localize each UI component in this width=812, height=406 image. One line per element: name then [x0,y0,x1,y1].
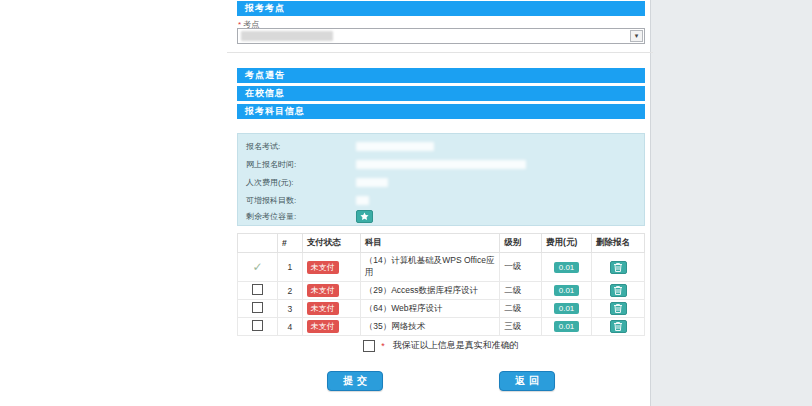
header-select [238,234,278,253]
redacted-value [356,178,388,187]
delete-subject-button[interactable] [610,302,627,315]
row-select-cell[interactable]: ✓ [238,253,278,282]
delete-subject-button[interactable] [610,284,627,297]
trash-icon [614,263,622,272]
capacity-view-button[interactable] [356,210,373,223]
redacted-value [356,142,434,151]
table-header-row: # 支付状态 科目 级别 费用(元) 删除报名 [238,234,645,253]
level-cell: 二级 [500,300,542,318]
header-level: 级别 [500,234,542,253]
info-row: 报名考试: [246,141,434,152]
section-header-school[interactable]: 在校信息 [237,86,645,101]
info-label: 可增报科目数: [246,195,356,206]
info-row: 剩余考位容量: [246,210,373,223]
table-row: 3 未支付 （64）Web程序设计 二级 0.01 [238,300,645,318]
info-row: 可增报科目数: [246,195,369,206]
fee-badge: 0.01 [554,262,580,273]
row-checkbox[interactable] [252,302,263,313]
agreement-text: 我保证以上信息是真实和准确的 [393,339,519,352]
row-number: 3 [277,300,302,318]
page: 报考考点 *考点 ▾ 考点通告 在校信息 报考科目信息 报名考试:网上报名时间:… [0,0,812,406]
table-row: ✓ 1 未支付 （14）计算机基础及WPS Office应用 一级 0.01 [238,253,645,282]
row-select-cell[interactable] [238,318,278,336]
level-cell: 二级 [500,282,542,300]
section-header-subjects[interactable]: 报考科目信息 [237,104,645,119]
row-number: 4 [277,318,302,336]
row-number: 1 [277,253,302,282]
info-row: 网上报名时间: [246,159,526,170]
table-row: 2 未支付 （29）Access数据库程序设计 二级 0.01 [238,282,645,300]
fee-badge: 0.01 [554,303,580,314]
header-number: # [277,234,302,253]
row-select-cell[interactable] [238,300,278,318]
agreement-checkbox[interactable] [363,340,375,352]
payment-status-badge: 未支付 [307,302,339,315]
row-select-cell[interactable] [238,282,278,300]
required-mark: * [381,341,385,351]
fee-badge: 0.01 [554,285,580,296]
divider [227,52,653,53]
site-select[interactable]: ▾ [237,28,645,44]
level-cell: 一级 [500,253,542,282]
header-payment-status: 支付状态 [302,234,360,253]
action-buttons: 提交 返回 [237,371,645,391]
subject-name: （14）计算机基础及WPS Office应用 [360,253,499,282]
table-row: 4 未支付 （35）网络技术 三级 0.01 [238,318,645,336]
row-checkbox[interactable] [252,284,263,295]
registration-info-panel: 报名考试:网上报名时间:人次费用(元):可增报科目数:剩余考位容量: [237,133,645,226]
chevron-down-icon[interactable]: ▾ [630,30,643,42]
subject-name: （35）网络技术 [360,318,499,336]
section-header-exam-site[interactable]: 报考考点 [237,1,645,16]
back-button[interactable]: 返回 [499,371,555,391]
header-delete: 删除报名 [592,234,645,253]
info-label: 报名考试: [246,141,356,152]
delete-subject-button[interactable] [610,320,627,333]
subject-name: （64）Web程序设计 [360,300,499,318]
header-subject: 科目 [360,234,499,253]
payment-status-badge: 未支付 [307,320,339,333]
payment-status-badge: 未支付 [307,284,339,297]
info-label: 网上报名时间: [246,159,356,170]
selected-checkmark-icon: ✓ [252,260,262,274]
payment-status-badge: 未支付 [307,261,339,274]
info-label: 人次费用(元): [246,177,356,188]
star-icon [360,212,369,221]
trash-icon [614,322,622,331]
subject-name: （29）Access数据库程序设计 [360,282,499,300]
row-checkbox[interactable] [252,320,263,331]
delete-subject-button[interactable] [610,261,627,274]
fee-badge: 0.01 [554,321,580,332]
info-row: 人次费用(元): [246,177,388,188]
page-background-panel [650,0,812,406]
trash-icon [614,286,622,295]
redacted-value [356,160,526,169]
info-label: 剩余考位容量: [246,211,356,222]
level-cell: 三级 [500,318,542,336]
section-header-notice[interactable]: 考点通告 [237,68,645,83]
redacted-site-value [241,31,333,41]
header-fee: 费用(元) [542,234,592,253]
redacted-value [356,196,369,205]
submit-button[interactable]: 提交 [327,371,383,391]
trash-icon [614,304,622,313]
subjects-table: # 支付状态 科目 级别 费用(元) 删除报名 ✓ 1 未支付 （14）计算机基… [237,233,645,336]
agreement-row: * 我保证以上信息是真实和准确的 [237,339,645,352]
row-number: 2 [277,282,302,300]
